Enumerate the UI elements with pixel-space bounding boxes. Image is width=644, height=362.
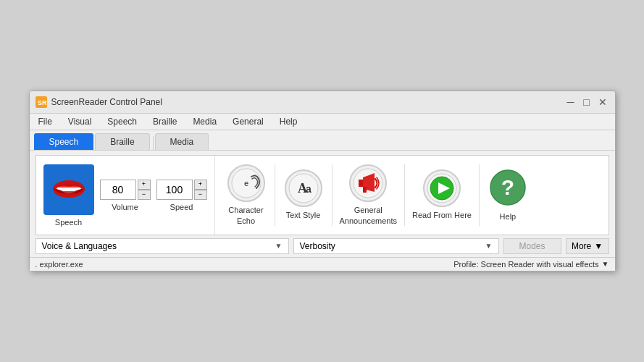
main-controls: Speech + − Volume + (35, 155, 609, 235)
bottom-bar: Voice & Languages ▼ Verbosity ▼ Modes Mo… (35, 238, 609, 254)
menu-braille[interactable]: Braille (149, 115, 181, 128)
general-announcements-icon (349, 164, 387, 202)
menu-file[interactable]: File (34, 115, 57, 128)
divider-3 (404, 164, 405, 226)
menu-media[interactable]: Media (188, 115, 221, 128)
speed-input[interactable] (156, 180, 193, 200)
more-arrow-icon: ▼ (594, 241, 603, 251)
voice-languages-label: Voice & Languages (42, 241, 275, 251)
speed-group: + − Speed (156, 180, 207, 211)
voice-languages-arrow-icon: ▼ (275, 242, 283, 250)
character-echo-button[interactable]: e CharacterEcho (221, 161, 272, 229)
status-left: . explorer.exe (35, 260, 454, 269)
volume-spinner-buttons: + − (138, 180, 151, 200)
close-button[interactable]: ✕ (596, 96, 609, 109)
verbosity-arrow-icon: ▼ (485, 242, 493, 250)
help-button[interactable]: ? Help (482, 166, 533, 224)
read-from-here-button[interactable]: Read From Here (408, 167, 476, 223)
help-icon: ? (489, 169, 527, 209)
window-controls: ─ □ ✕ (564, 96, 609, 109)
voice-languages-dropdown[interactable]: Voice & Languages ▼ (35, 238, 289, 254)
svg-marker-11 (359, 180, 363, 187)
text-style-label: Text Style (286, 210, 321, 220)
volume-group: + − Volume (100, 180, 151, 211)
volume-label: Volume (112, 203, 138, 211)
lips-icon (51, 177, 87, 202)
verbosity-label: Verbosity (300, 241, 485, 251)
text-style-button[interactable]: A a Text Style (278, 167, 329, 223)
volume-input[interactable] (100, 180, 136, 200)
divider-4 (479, 164, 480, 226)
tabs-bar: Speech Braille Media (30, 130, 615, 151)
more-label: More (572, 241, 591, 251)
volume-spinner: + − (100, 180, 151, 200)
verbosity-dropdown[interactable]: Verbosity ▼ (293, 238, 499, 254)
menu-visual[interactable]: Visual (64, 115, 96, 128)
read-from-here-icon (423, 169, 461, 207)
speech-icon-group: Speech (43, 164, 94, 227)
status-dropdown-arrow-icon[interactable]: ▼ (602, 260, 609, 268)
read-from-here-label: Read From Here (412, 210, 472, 220)
divider-1 (275, 164, 275, 226)
speed-up-button[interactable]: + (194, 180, 207, 190)
speed-spinner-buttons: + − (194, 180, 207, 200)
divider-2 (332, 164, 333, 226)
svg-rect-13 (363, 187, 367, 193)
menu-help[interactable]: Help (275, 115, 302, 128)
menu-bar: File Visual Speech Braille Media General… (30, 114, 615, 130)
speech-label: Speech (55, 218, 82, 227)
icon-buttons-section: e CharacterEcho A a Text Style (215, 156, 609, 235)
tab-braille[interactable]: Braille (95, 133, 149, 150)
tab-separator (153, 136, 154, 150)
status-right: Profile: Screen Reader with visual effec… (453, 260, 609, 269)
main-window: SR ScreenReader Control Panel ─ □ ✕ File… (29, 90, 616, 272)
menu-speech[interactable]: Speech (103, 115, 141, 128)
modes-button: Modes (503, 238, 561, 254)
speed-label: Speed (170, 203, 193, 211)
general-announcements-label: GeneralAnnouncements (340, 205, 398, 226)
modes-label: Modes (519, 241, 545, 251)
title-bar: SR ScreenReader Control Panel ─ □ ✕ (30, 91, 615, 114)
help-label: Help (500, 211, 517, 222)
volume-down-button[interactable]: − (138, 190, 151, 200)
window-title: ScreenReader Control Panel (51, 97, 564, 107)
tab-media[interactable]: Media (155, 133, 209, 150)
tab-speech[interactable]: Speech (34, 133, 94, 150)
character-echo-label: CharacterEcho (228, 205, 263, 226)
more-button[interactable]: More ▼ (566, 238, 609, 254)
speed-down-button[interactable]: − (194, 190, 207, 200)
svg-text:?: ? (501, 175, 514, 199)
status-profile: Profile: Screen Reader with visual effec… (453, 260, 598, 269)
menu-general[interactable]: General (228, 115, 268, 128)
speech-icon-box (43, 164, 94, 215)
status-bar: . explorer.exe Profile: Screen Reader wi… (30, 257, 615, 271)
character-echo-icon: e (227, 164, 265, 202)
svg-text:SR: SR (38, 99, 47, 106)
text-style-icon: A a (285, 169, 322, 207)
app-icon: SR (35, 96, 47, 108)
speed-spinner: + − (156, 180, 207, 200)
volume-up-button[interactable]: + (138, 180, 151, 190)
svg-text:e: e (243, 179, 248, 188)
speech-controls-section: Speech + − Volume + (36, 156, 215, 235)
maximize-button[interactable]: □ (580, 96, 593, 109)
svg-text:a: a (306, 183, 311, 195)
general-announcements-button[interactable]: GeneralAnnouncements (335, 161, 402, 229)
minimize-button[interactable]: ─ (564, 96, 577, 109)
